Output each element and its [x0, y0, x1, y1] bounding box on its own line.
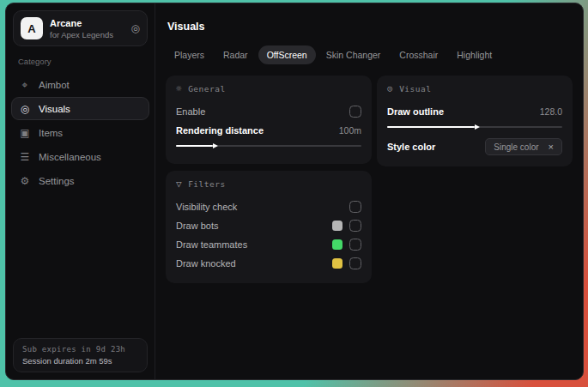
- eye-icon: ⊙: [387, 84, 393, 94]
- slider-fill: [387, 126, 475, 128]
- crosshair-icon[interactable]: ◎: [131, 23, 140, 33]
- rendering-distance-value: 100m: [339, 125, 361, 136]
- enable-row: Enable: [176, 102, 361, 121]
- draw-outline-row: Draw outline 128.0: [387, 102, 562, 121]
- rendering-distance-label: Rendering distance: [176, 125, 264, 136]
- visual-card-title: Visual: [399, 84, 431, 94]
- slider-thumb[interactable]: [213, 143, 218, 148]
- draw-outline-value: 128.0: [540, 106, 562, 117]
- general-card-title: General: [188, 84, 226, 94]
- visual-card-header: ⊙ Visual: [387, 84, 562, 94]
- sidebar-item-label: Items: [39, 128, 63, 138]
- app-logo: A: [21, 17, 43, 39]
- sidebar-item-items[interactable]: ▣ Items: [11, 121, 149, 144]
- draw-knocked-color-swatch[interactable]: [332, 258, 342, 269]
- filters-card-header: ▽ Filters: [176, 179, 361, 189]
- tab-bar: Players Radar OffScreen Skin Changer Cro…: [166, 45, 573, 64]
- tab-skin-changer[interactable]: Skin Changer: [318, 45, 390, 64]
- sub-expires-text: Sub expires in 9d 23h: [22, 345, 138, 354]
- visibility-check-label: Visibility check: [176, 202, 237, 212]
- draw-bots-color-swatch[interactable]: [332, 221, 342, 231]
- visual-card: ⊙ Visual Draw outline 128.0 Styl: [377, 76, 573, 166]
- filters-card: ▽ Filters Visibility check Draw bots: [166, 171, 372, 283]
- sidebar-item-label: Miscellaneous: [39, 152, 101, 162]
- subscription-info-card: Sub expires in 9d 23h Session duration 2…: [13, 338, 148, 372]
- category-label: Category: [18, 57, 142, 66]
- crosshair-icon: ⌖: [19, 80, 31, 90]
- draw-knocked-row: Draw knocked: [176, 254, 361, 273]
- style-color-value: Single color: [494, 142, 538, 152]
- tab-highlight[interactable]: Highlight: [448, 45, 500, 64]
- app-subtitle: for Apex Legends: [50, 30, 113, 39]
- gear-icon: ⚙: [19, 176, 31, 186]
- app-title-block: Arcane for Apex Legends: [50, 18, 113, 39]
- draw-outline-label: Draw outline: [387, 106, 444, 117]
- draw-teammates-row: Draw teammates: [176, 235, 361, 254]
- main-panel: Visuals Players Radar OffScreen Skin Cha…: [155, 3, 583, 379]
- rendering-distance-row: Rendering distance 100m: [176, 121, 361, 140]
- general-card: ☼ General Enable Rendering distance 100m: [166, 76, 372, 164]
- filters-card-title: Filters: [188, 179, 226, 189]
- slider-thumb[interactable]: [475, 124, 480, 130]
- close-icon[interactable]: ×: [549, 142, 554, 152]
- sidebar-item-miscellaneous[interactable]: ☰ Miscellaneous: [11, 145, 149, 168]
- tab-offscreen[interactable]: OffScreen: [258, 45, 316, 64]
- draw-teammates-label: Draw teammates: [176, 239, 247, 250]
- style-color-select[interactable]: Single color ×: [485, 138, 562, 155]
- tab-radar[interactable]: Radar: [215, 45, 257, 64]
- app-title: Arcane: [50, 18, 113, 28]
- sidebar-item-visuals[interactable]: ◎ Visuals: [11, 97, 149, 120]
- sliders-icon: ☰: [19, 152, 31, 162]
- draw-bots-checkbox[interactable]: [349, 220, 361, 232]
- enable-label: Enable: [176, 106, 205, 117]
- sidebar: A Arcane for Apex Legends ◎ Category ⌖ A…: [6, 3, 155, 379]
- style-color-row: Style color Single color ×: [387, 137, 562, 156]
- app-window: A Arcane for Apex Legends ◎ Category ⌖ A…: [5, 3, 584, 380]
- cube-icon: ▣: [19, 128, 31, 138]
- page-title: Visuals: [167, 21, 573, 33]
- visibility-check-row: Visibility check: [176, 197, 361, 216]
- draw-bots-row: Draw bots: [176, 216, 361, 235]
- general-card-header: ☼ General: [176, 84, 361, 94]
- tab-players[interactable]: Players: [166, 45, 213, 64]
- tab-crosshair[interactable]: Crosshair: [391, 45, 446, 64]
- sidebar-item-label: Aimbot: [39, 80, 70, 90]
- app-header-card: A Arcane for Apex Legends ◎: [13, 10, 148, 46]
- draw-outline-slider[interactable]: [387, 122, 562, 132]
- sun-icon: ☼: [176, 84, 182, 94]
- draw-knocked-checkbox[interactable]: [349, 257, 361, 269]
- visibility-check-checkbox[interactable]: [349, 201, 361, 213]
- sidebar-item-label: Settings: [39, 176, 75, 186]
- funnel-icon: ▽: [176, 179, 182, 189]
- slider-fill: [176, 145, 213, 147]
- sidebar-item-label: Visuals: [39, 104, 70, 114]
- draw-teammates-color-swatch[interactable]: [332, 239, 342, 250]
- sidebar-item-aimbot[interactable]: ⌖ Aimbot: [11, 73, 149, 96]
- session-duration-text: Session duration 2m 59s: [22, 356, 138, 366]
- draw-teammates-checkbox[interactable]: [349, 239, 361, 251]
- sidebar-item-settings[interactable]: ⚙ Settings: [11, 169, 149, 192]
- enable-checkbox[interactable]: [349, 106, 361, 118]
- draw-knocked-label: Draw knocked: [176, 258, 236, 269]
- draw-bots-label: Draw bots: [176, 221, 219, 231]
- eye-scan-icon: ◎: [19, 104, 31, 114]
- rendering-distance-slider[interactable]: [176, 141, 361, 151]
- style-color-label: Style color: [387, 142, 435, 152]
